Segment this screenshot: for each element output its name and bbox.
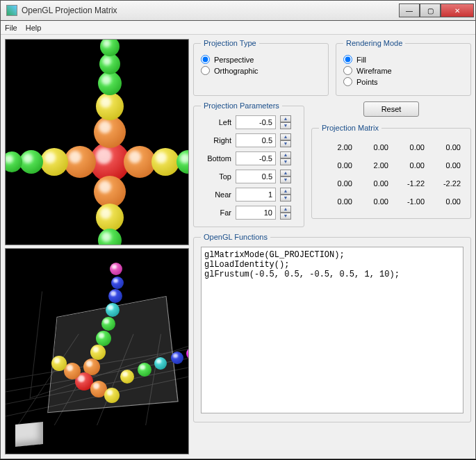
- projection-type-legend: Projection Type: [201, 39, 259, 47]
- sphere: [40, 148, 68, 176]
- maximize-button[interactable]: ▢: [420, 3, 441, 17]
- projection-matrix-legend: Projection Matrix: [319, 124, 381, 132]
- param-bottom-down[interactable]: ▼: [280, 158, 291, 165]
- radio-perspective[interactable]: Perspective: [201, 55, 321, 64]
- viewport-scene[interactable]: [5, 248, 189, 454]
- matrix-cell: 0.00: [394, 143, 425, 151]
- radio-points-input[interactable]: [343, 77, 352, 86]
- param-right-down[interactable]: ▼: [280, 140, 291, 147]
- sphere: [104, 388, 120, 403]
- sphere: [177, 150, 189, 174]
- matrix-cell: 0.00: [322, 179, 352, 188]
- minimize-button[interactable]: —: [399, 3, 420, 17]
- rendering-mode-group: Rendering Mode Fill Wireframe Points: [336, 39, 471, 96]
- radio-perspective-label: Perspective: [214, 56, 254, 64]
- sphere: [5, 151, 22, 172]
- sphere: [101, 317, 115, 331]
- sphere: [98, 72, 122, 95]
- param-left-label: Left: [201, 118, 231, 126]
- camera-icon: [15, 422, 43, 447]
- close-button[interactable]: ✕: [441, 3, 474, 17]
- app-icon: [6, 5, 17, 16]
- sphere: [151, 148, 179, 176]
- param-right-input[interactable]: [236, 133, 276, 147]
- window-title: OpenGL Projection Matrix: [22, 6, 399, 15]
- titlebar: OpenGL Projection Matrix — ▢ ✕: [0, 0, 476, 21]
- matrix-cell: 0.00: [358, 179, 388, 188]
- param-bottom-up[interactable]: ▲: [280, 151, 291, 158]
- param-near-input[interactable]: [236, 188, 276, 202]
- param-left: Left ▲▼: [201, 115, 297, 129]
- rendering-mode-legend: Rendering Mode: [343, 39, 405, 47]
- matrix-cell: 2.00: [322, 143, 352, 151]
- matrix-cell: 0.00: [430, 197, 461, 206]
- param-far-up[interactable]: ▲: [280, 206, 291, 213]
- projection-matrix-grid: 2.00 0.00 0.00 0.00 0.00 2.00 0.00 0.00 …: [319, 138, 463, 211]
- opengl-functions-code[interactable]: [201, 247, 463, 413]
- projection-type-group: Projection Type Perspective Orthographic: [193, 39, 329, 96]
- matrix-cell: 0.00: [394, 161, 425, 170]
- svg-line-9: [30, 291, 42, 398]
- radio-orthographic[interactable]: Orthographic: [201, 66, 321, 75]
- sphere: [99, 54, 120, 74]
- menubar: File Help: [1, 21, 475, 35]
- sphere: [111, 277, 124, 289]
- sphere: [154, 357, 167, 370]
- param-near: Near ▲▼: [201, 188, 297, 202]
- matrix-cell: 0.00: [430, 143, 461, 151]
- radio-wireframe-input[interactable]: [343, 66, 352, 75]
- radio-orthographic-label: Orthographic: [214, 67, 258, 75]
- reset-button[interactable]: Reset: [363, 101, 419, 117]
- radio-fill-label: Fill: [356, 56, 366, 64]
- projection-matrix-group: Projection Matrix 2.00 0.00 0.00 0.00 0.…: [311, 124, 471, 219]
- param-near-up[interactable]: ▲: [280, 188, 291, 195]
- matrix-cell: -2.22: [430, 179, 461, 188]
- matrix-cell: -1.22: [394, 179, 425, 188]
- projection-parameters-legend: Projection Parameters: [201, 101, 282, 110]
- param-far-label: Far: [201, 208, 231, 217]
- sphere: [96, 92, 124, 120]
- param-top-label: Top: [201, 172, 231, 181]
- radio-perspective-input[interactable]: [201, 55, 210, 64]
- param-top-down[interactable]: ▼: [280, 176, 291, 183]
- radio-wireframe-label: Wireframe: [356, 67, 392, 75]
- sphere: [110, 263, 122, 275]
- param-bottom-input[interactable]: [236, 151, 276, 165]
- window-body: File Help: [0, 21, 476, 459]
- param-right: Right ▲▼: [201, 133, 297, 147]
- param-far-down[interactable]: ▼: [280, 213, 291, 220]
- param-right-up[interactable]: ▲: [280, 133, 291, 140]
- menu-file[interactable]: File: [5, 24, 17, 32]
- matrix-cell: 0.00: [358, 197, 388, 206]
- radio-fill-input[interactable]: [343, 55, 352, 64]
- param-left-up[interactable]: ▲: [280, 115, 291, 122]
- sphere: [94, 116, 126, 148]
- sphere: [51, 356, 67, 371]
- param-far: Far ▲▼: [201, 206, 297, 220]
- sphere: [19, 150, 43, 174]
- param-left-down[interactable]: ▼: [280, 122, 291, 129]
- viewport-camera[interactable]: [5, 39, 189, 245]
- param-top-input[interactable]: [236, 170, 276, 183]
- param-bottom: Bottom ▲▼: [201, 151, 297, 165]
- param-top-up[interactable]: ▲: [280, 170, 291, 176]
- param-top: Top ▲▼: [201, 170, 297, 183]
- menu-help[interactable]: Help: [26, 24, 42, 32]
- sphere: [96, 331, 111, 346]
- radio-fill[interactable]: Fill: [343, 55, 463, 64]
- param-left-input[interactable]: [236, 115, 276, 129]
- radio-points-label: Points: [356, 78, 378, 86]
- sphere: [100, 39, 120, 56]
- radio-points[interactable]: Points: [343, 77, 463, 86]
- matrix-cell: 0.00: [322, 161, 352, 170]
- matrix-cell: 0.00: [322, 197, 352, 206]
- matrix-cell: 0.00: [430, 161, 461, 170]
- radio-orthographic-input[interactable]: [201, 66, 210, 75]
- sphere: [90, 345, 106, 360]
- param-near-down[interactable]: ▼: [280, 195, 291, 202]
- param-far-input[interactable]: [236, 206, 276, 220]
- matrix-cell: 0.00: [358, 143, 388, 151]
- projection-parameters-group: Projection Parameters Left ▲▼ Right ▲▼: [193, 101, 304, 227]
- radio-wireframe[interactable]: Wireframe: [343, 66, 463, 75]
- sphere: [171, 352, 183, 364]
